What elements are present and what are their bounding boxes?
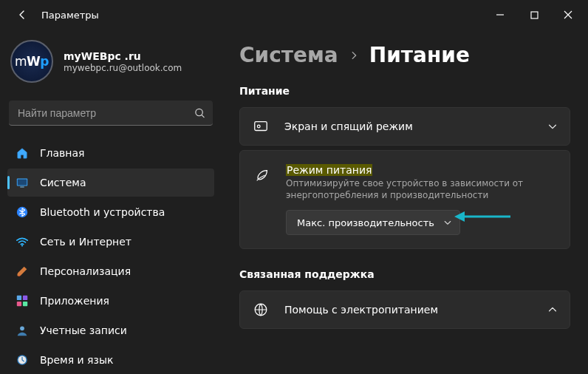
- sidebar-item-apps[interactable]: Приложения: [7, 287, 214, 315]
- svg-point-6: [21, 245, 23, 246]
- brush-icon: [15, 264, 30, 279]
- back-button[interactable]: [10, 3, 34, 27]
- minimize-button[interactable]: [483, 3, 517, 27]
- svg-point-11: [20, 326, 24, 330]
- person-icon: [15, 323, 30, 338]
- clock-icon: [15, 353, 30, 367]
- card-screen-sleep[interactable]: Экран и спящий режим: [239, 107, 570, 146]
- search-input[interactable]: [9, 101, 213, 126]
- sidebar-item-label: Сеть и Интернет: [40, 236, 131, 248]
- dropdown-value: Макс. производительность: [297, 217, 434, 228]
- sidebar-item-personalization[interactable]: Персонализация: [7, 257, 214, 285]
- sidebar-nav: Главная Система Bluetooth и устройства С…: [7, 139, 214, 374]
- card-subtitle: Оптимизируйте свое устройство в зависимо…: [286, 177, 556, 201]
- svg-rect-3: [18, 180, 27, 186]
- sidebar-item-label: Время и язык: [40, 354, 113, 366]
- svg-rect-10: [23, 302, 27, 306]
- section-title-power: Питание: [239, 85, 570, 97]
- svg-rect-0: [531, 12, 538, 18]
- chevron-down-icon: [443, 218, 452, 227]
- search-box[interactable]: [9, 101, 213, 126]
- svg-rect-7: [17, 296, 21, 300]
- screen-icon: [252, 118, 270, 135]
- sidebar-item-system[interactable]: Система: [7, 169, 214, 197]
- svg-point-15: [257, 125, 260, 128]
- breadcrumb: Система Питание: [239, 43, 570, 67]
- svg-rect-4: [20, 186, 24, 187]
- breadcrumb-current: Питание: [369, 43, 470, 67]
- profile-email: mywebpc.ru@outlook.com: [64, 63, 182, 73]
- sidebar-item-bluetooth[interactable]: Bluetooth и устройства: [7, 198, 214, 226]
- annotation-arrow: [453, 209, 512, 224]
- card-power-help[interactable]: Помощь с электропитанием: [239, 290, 570, 329]
- sidebar-item-network[interactable]: Сеть и Интернет: [7, 228, 214, 256]
- wifi-icon: [15, 234, 30, 249]
- apps-icon: [15, 293, 30, 308]
- sidebar-item-label: Главная: [40, 147, 84, 159]
- card-title: Помощь с электропитанием: [284, 304, 533, 316]
- chevron-right-icon: [349, 50, 359, 61]
- globe-icon: [252, 302, 270, 318]
- sidebar-item-accounts[interactable]: Учетные записи: [7, 316, 214, 344]
- power-mode-dropdown[interactable]: Макс. производительность: [286, 210, 460, 235]
- svg-rect-14: [255, 122, 267, 131]
- leaf-icon: [253, 164, 271, 235]
- sidebar-item-time-language[interactable]: Время и язык: [7, 346, 214, 374]
- chevron-up-icon: [547, 305, 558, 315]
- bluetooth-icon: [15, 205, 30, 220]
- window-title: Параметры: [41, 10, 99, 21]
- svg-rect-9: [17, 302, 21, 306]
- breadcrumb-root[interactable]: Система: [239, 43, 338, 67]
- svg-rect-8: [23, 296, 27, 300]
- sidebar-item-label: Система: [40, 177, 86, 188]
- avatar: mWp: [10, 40, 53, 83]
- card-title: Экран и спящий режим: [284, 120, 533, 132]
- close-button[interactable]: [551, 3, 585, 27]
- sidebar-item-home[interactable]: Главная: [7, 139, 214, 167]
- sidebar-item-label: Bluetooth и устройства: [40, 206, 165, 218]
- sidebar-item-label: Учетные записи: [40, 324, 127, 336]
- sidebar-item-label: Персонализация: [40, 265, 131, 277]
- profile-block[interactable]: mWp myWEBpc .ru mywebpc.ru@outlook.com: [7, 40, 214, 98]
- section-title-support: Связанная поддержка: [239, 268, 570, 280]
- chevron-down-icon: [547, 121, 558, 132]
- card-title: Режим питания: [286, 164, 556, 176]
- svg-point-1: [196, 109, 202, 115]
- home-icon: [15, 146, 30, 160]
- card-power-mode: Режим питания Оптимизируйте свое устройс…: [239, 150, 570, 249]
- search-icon: [194, 108, 205, 119]
- system-icon: [15, 175, 30, 190]
- profile-name: myWEBpc .ru: [64, 50, 182, 62]
- maximize-button[interactable]: [517, 3, 551, 27]
- sidebar-item-label: Приложения: [40, 295, 109, 307]
